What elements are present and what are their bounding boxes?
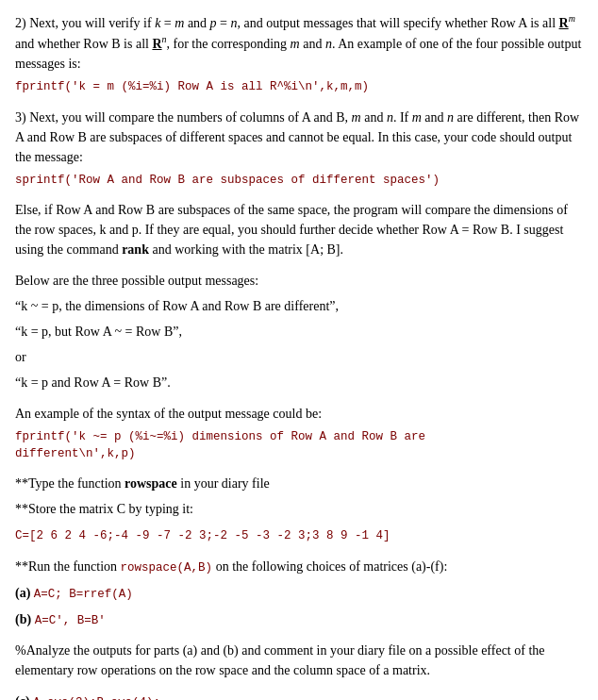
section-3: 3) Next, you will compare the numbers of… (15, 108, 583, 190)
main-content: 2) Next, you will verify if k = m and p … (15, 11, 583, 700)
type-line-3: C=[2 6 2 4 -6;-4 -9 -7 -2 3;-2 -5 -3 -2 … (15, 525, 583, 545)
message-3: or (15, 347, 583, 367)
item-c-code: A=eye(3);B=eye(4); (33, 696, 160, 700)
item-c: (c) A=eye(3);B=eye(4); (15, 692, 583, 700)
type-line-2: **Store the matrix C by typing it: (15, 499, 583, 519)
rowspace-code-inline: rowspace(A,B) (121, 561, 213, 575)
message-2: “k = p, but Row A ~ = Row B”, (15, 322, 583, 342)
matrix-c-code: C=[2 6 2 4 -6;-4 -9 -7 -2 3;-2 -5 -3 -2 … (15, 529, 390, 542)
message-1: “k ~ = p, the dimensions of Row A and Ro… (15, 296, 583, 316)
section-example: An example of the syntax of the output m… (15, 404, 583, 462)
run-intro: **Run the function rowspace(A,B) on the … (15, 557, 583, 577)
section-cdef: (c) A=eye(3);B=eye(4); (d) A=magic(4);B=… (15, 692, 583, 700)
run-b-code: A=C', B=B' (35, 614, 106, 627)
section-below: Below are the three possible output mess… (15, 271, 583, 392)
type-line-1: **Type the function rowspace in your dia… (15, 474, 583, 493)
message-4: “k = p and Row A = Row B”. (15, 373, 583, 392)
run-a-code: A=C; B=rref(A) (34, 588, 133, 601)
section-3-text: 3) Next, you will compare the numbers of… (15, 108, 583, 167)
section-example-code: fprintf('k ~= p (%i~=%i) dimensions of R… (15, 429, 583, 462)
section-analyze: %Analyze the outputs for parts (a) and (… (15, 641, 583, 680)
analyze-text: %Analyze the outputs for parts (a) and (… (15, 641, 583, 680)
section-else-text: Else, if Row A and Row B are subspaces o… (15, 200, 583, 259)
section-type: **Type the function rowspace in your dia… (15, 474, 583, 545)
section-run: **Run the function rowspace(A,B) on the … (15, 557, 583, 629)
section-example-intro: An example of the syntax of the output m… (15, 404, 583, 424)
section-below-intro: Below are the three possible output mess… (15, 271, 583, 291)
run-item-a: (a) A=C; B=rref(A) (15, 583, 583, 604)
section-2-number: 2) Next, you will verify if k = m and p … (15, 16, 581, 72)
run-item-b: (b) A=C', B=B' (15, 609, 583, 630)
section-2: 2) Next, you will verify if k = m and p … (15, 11, 583, 96)
section-3-code: sprintf('Row A and Row B are subspaces o… (15, 173, 583, 190)
section-2-code: fprintf('k = m (%i=%i) Row A is all R^%i… (15, 79, 583, 96)
section-else: Else, if Row A and Row B are subspaces o… (15, 200, 583, 259)
section-2-text: 2) Next, you will verify if k = m and p … (15, 11, 583, 74)
